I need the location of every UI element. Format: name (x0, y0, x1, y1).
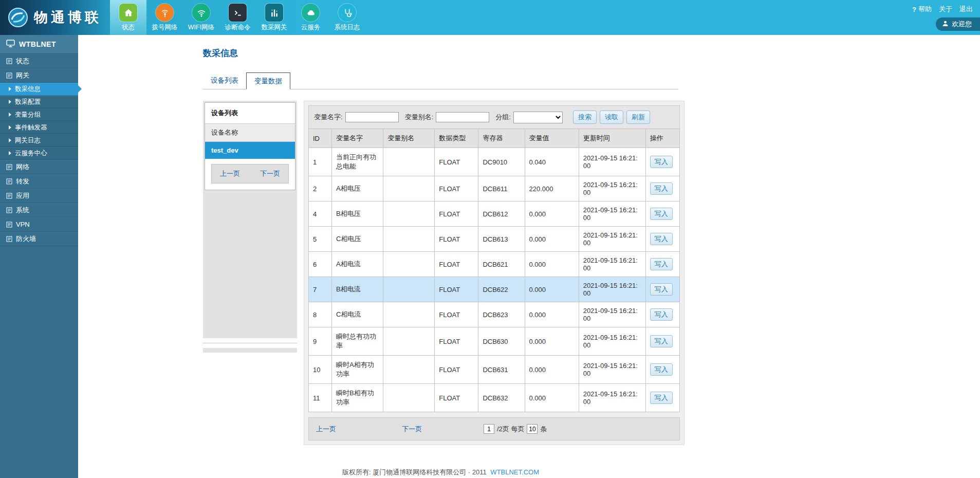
top-nav-data-gateway[interactable]: 数采网关 (256, 0, 292, 35)
document-icon (6, 178, 12, 185)
table-cell: FLOAT (435, 277, 478, 302)
device-list-item[interactable]: test_dev (205, 142, 295, 159)
write-button[interactable]: 写入 (650, 308, 673, 321)
sidebar-item-vpn[interactable]: VPN (0, 217, 78, 232)
table-cell: DCB630 (478, 327, 525, 356)
top-nav-cloud-service[interactable]: 云服务 (292, 0, 329, 35)
next-page-link[interactable]: 下一页 (402, 425, 422, 434)
device-name-column-header: 设备名称 (205, 123, 295, 142)
column-header: 操作 (645, 129, 679, 148)
tab-variable-data[interactable]: 变量数据 (246, 72, 290, 89)
sidebar-item-system[interactable]: 系统 (0, 203, 78, 217)
refresh-button[interactable]: 刷新 (626, 111, 650, 124)
write-button[interactable]: 写入 (650, 182, 673, 195)
tab-device-list[interactable]: 设备列表 (203, 72, 246, 89)
table-cell: C相电流 (332, 302, 383, 327)
main-content: 数采信息 设备列表变量数据 设备列表 设备名称 test_dev 上一页 下一页 (78, 35, 980, 478)
read-button[interactable]: 读取 (600, 111, 623, 124)
table-row[interactable]: 9瞬时总有功功率FLOATDCB6300.0002021-09-15 16:21… (309, 327, 680, 356)
table-cell: DCB611 (478, 176, 525, 201)
table-row[interactable]: 8C相电流FLOATDCB6230.0002021-09-15 16:21:00… (309, 302, 680, 327)
tab-bar: 设备列表变量数据 (203, 72, 678, 89)
unit-label: 条 (540, 425, 547, 434)
table-cell (383, 384, 435, 412)
sidebar-item-label: 系统 (16, 206, 29, 215)
var-alias-input[interactable] (436, 112, 489, 122)
top-nav-system-log[interactable]: 系统日志 (329, 0, 365, 35)
write-button[interactable]: 写入 (650, 156, 673, 168)
sidebar-subitem-data-collection-config[interactable]: 数采配置 (0, 96, 78, 108)
table-cell: 2021-09-15 16:21:00 (579, 384, 645, 412)
column-header: 数据类型 (435, 129, 478, 148)
footer-link[interactable]: WTBLNET.COM (490, 468, 539, 476)
sidebar-item-gateway[interactable]: 网关 (0, 68, 78, 83)
device-next-page-link[interactable]: 下一页 (260, 169, 280, 178)
footer: 版权所有: 厦门物通博联网络科技有限公司 · 2011 WTBLNET.COM (203, 468, 678, 477)
sidebar-subitem-variable-group[interactable]: 变量分组 (0, 108, 78, 121)
table-row[interactable]: 5C相电压FLOATDCB6130.0002021-09-15 16:21:00… (309, 227, 680, 252)
terminal-icon (229, 4, 247, 22)
table-cell: 0.000 (525, 302, 579, 327)
group-select[interactable] (513, 112, 563, 123)
table-cell: 0.000 (525, 277, 579, 302)
filter-bar: 变量名字: 变量别名: 分组: 搜索 读取 刷新 (308, 105, 680, 128)
table-cell: DC9010 (478, 148, 525, 176)
top-nav-label: 系统日志 (329, 23, 365, 32)
write-button[interactable]: 写入 (650, 283, 673, 296)
table-row[interactable]: 2A相电压FLOATDCB611220.0002021-09-15 16:21:… (309, 176, 680, 201)
sidebar-item-status[interactable]: 状态 (0, 54, 78, 68)
table-cell: DCB621 (478, 252, 525, 277)
table-cell (383, 356, 435, 384)
about-link[interactable]: 关于 (939, 5, 952, 14)
sidebar-item-network[interactable]: 网络 (0, 160, 78, 174)
search-button[interactable]: 搜索 (573, 111, 597, 124)
gateway-icon (265, 4, 283, 22)
table-cell-actions: 写入 (645, 327, 679, 356)
table-row[interactable]: 6A相电流FLOATDCB6210.0002021-09-15 16:21:00… (309, 252, 680, 277)
top-nav-status[interactable]: 状态 (110, 0, 146, 35)
var-alias-label: 变量别名: (405, 113, 434, 122)
logout-link[interactable]: 退出 (959, 5, 973, 14)
sidebar-subitem-event-trigger[interactable]: 事件触发器 (0, 121, 78, 134)
table-cell: A相电流 (332, 252, 383, 277)
top-nav-wifi-network[interactable]: WIFI网络 (183, 0, 219, 35)
write-button[interactable]: 写入 (650, 233, 673, 245)
table-cell: 2021-09-15 16:21:00 (579, 252, 645, 277)
top-nav-label: 拨号网络 (146, 23, 183, 32)
table-row[interactable]: 11瞬时B相有功功率FLOATDCB6320.0002021-09-15 16:… (309, 384, 680, 412)
sidebar-subitem-gateway-log[interactable]: 网关日志 (0, 134, 78, 147)
prev-page-link[interactable]: 上一页 (316, 425, 336, 434)
device-prev-page-link[interactable]: 上一页 (220, 169, 240, 178)
write-button[interactable]: 写入 (650, 335, 673, 347)
device-column-background: 设备列表 设备名称 test_dev 上一页 下一页 (203, 101, 297, 338)
table-row[interactable]: 7B相电流FLOATDCB6220.0002021-09-15 16:21:00… (309, 277, 680, 302)
write-button[interactable]: 写入 (650, 208, 673, 220)
page-size-input[interactable] (527, 424, 538, 434)
write-button[interactable]: 写入 (650, 258, 673, 270)
table-row[interactable]: 10瞬时A相有功功率FLOATDCB6310.0002021-09-15 16:… (309, 356, 680, 384)
sidebar-item-label: 网关 (16, 71, 29, 80)
write-button[interactable]: 写入 (650, 392, 673, 404)
write-button[interactable]: 写入 (650, 363, 673, 376)
table-cell: 2021-09-15 16:21:00 (579, 201, 645, 227)
column-header: 更新时间 (579, 129, 645, 148)
var-name-input[interactable] (345, 112, 399, 122)
sidebar-item-firewall[interactable]: 防火墙 (0, 232, 78, 246)
top-nav-dial-network[interactable]: 拨号网络 (146, 0, 183, 35)
table-cell: B相电流 (332, 277, 383, 302)
table-cell-actions: 写入 (645, 148, 679, 176)
page-number-input[interactable] (484, 424, 494, 434)
table-row[interactable]: 1当前正向有功总电能FLOATDC90100.0402021-09-15 16:… (309, 148, 680, 176)
sidebar-subitem-cloud-service-center[interactable]: 云服务中心 (0, 147, 78, 160)
top-nav-diagnostic-command[interactable]: 诊断命令 (219, 0, 256, 35)
table-row[interactable]: 4B相电压FLOATDCB6120.0002021-09-15 16:21:00… (309, 201, 680, 227)
sidebar-item-application[interactable]: 应用 (0, 189, 78, 203)
column-header: 变量别名 (383, 129, 435, 148)
help-link[interactable]: 帮助 (918, 5, 932, 14)
sidebar-subitem-label: 网关日志 (15, 136, 41, 145)
sidebar-item-forward[interactable]: 转发 (0, 174, 78, 189)
table-cell: 2021-09-15 16:21:00 (579, 176, 645, 201)
table-cell: FLOAT (435, 176, 478, 201)
top-nav-label: 数采网关 (256, 23, 292, 32)
sidebar-subitem-data-collection-info[interactable]: 数采信息 (0, 83, 78, 96)
